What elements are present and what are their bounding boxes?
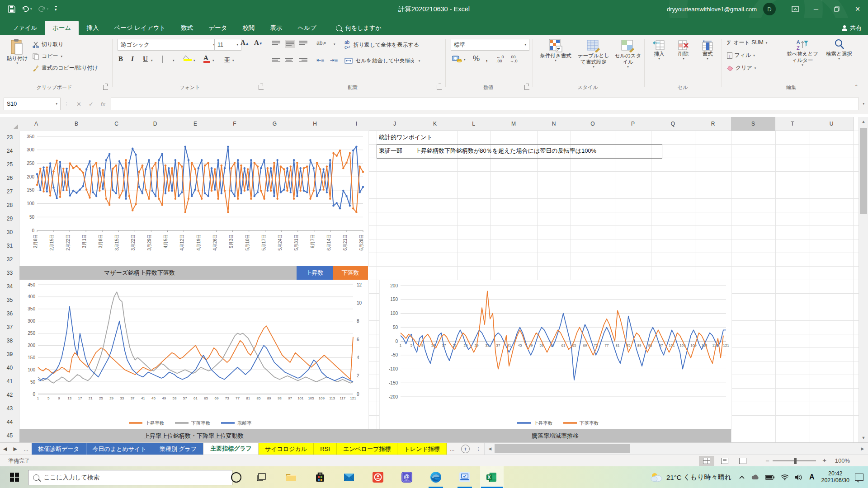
scroll-right-arrow[interactable]: ▶	[858, 444, 867, 453]
sheet-tab-エンベロープ指標[interactable]: エンベロープ指標	[337, 443, 398, 455]
share-button[interactable]: 共有	[842, 24, 862, 32]
orientation-button[interactable]: ab➔	[316, 40, 326, 46]
horizontal-scroll-thumb[interactable]	[495, 444, 630, 453]
red-circle-app-button[interactable]	[367, 466, 389, 488]
align-middle-icon[interactable]	[285, 40, 295, 48]
number-dialog-launcher[interactable]	[524, 85, 529, 90]
zoom-in-button[interactable]: +	[822, 456, 826, 464]
atmenu-app-button[interactable]: @menu	[396, 466, 418, 488]
column-header-R[interactable]: R	[695, 117, 731, 131]
decrease-indent-icon[interactable]: ⇤≡	[316, 57, 324, 63]
column-header-D[interactable]: D	[133, 117, 178, 131]
chart-mothers-rates[interactable]: 0501001502002503003504004500246810121591…	[19, 280, 369, 430]
new-sheet-button[interactable]: +	[458, 443, 473, 455]
format-cells-button[interactable]: 書式▾	[697, 40, 718, 61]
paste-button[interactable]: 貼り付け▾	[5, 39, 29, 65]
row-header-38[interactable]: 38	[0, 334, 20, 348]
cut-button[interactable]: 切り取り	[33, 41, 64, 48]
zoom-out-button[interactable]: −	[765, 457, 769, 465]
column-header-K[interactable]: K	[413, 117, 458, 131]
column-header-P[interactable]: P	[615, 117, 651, 131]
horizontal-scrollbar[interactable]: ◀ ▶	[484, 443, 868, 455]
taskbar-search-box[interactable]: ここに入力して検索	[28, 470, 232, 485]
column-header-Q[interactable]: Q	[651, 117, 695, 131]
autosum-button[interactable]: Σ オート SUM▾	[727, 39, 767, 47]
name-box[interactable]: S10▾	[4, 98, 61, 110]
column-header-L[interactable]: L	[457, 117, 491, 131]
row-header-32[interactable]: 32	[0, 253, 20, 267]
row-header-34[interactable]: 34	[0, 280, 20, 294]
increase-decimal-button[interactable]: ←.0.00	[496, 55, 504, 63]
align-center-icon[interactable]	[285, 57, 293, 63]
align-top-icon[interactable]	[272, 40, 280, 46]
number-format-select[interactable]: 標準▾	[451, 39, 529, 51]
weather-desc[interactable]: くもり時々晴れ	[683, 473, 731, 482]
sheet-nav-more-icon[interactable]: …	[20, 443, 32, 455]
row-header-45[interactable]: 45	[0, 429, 20, 443]
row-header-30[interactable]: 30	[0, 225, 20, 239]
ribbon-tab-ファイル[interactable]: ファイル	[5, 21, 45, 35]
row-header-31[interactable]: 31	[0, 239, 20, 253]
row-header-39[interactable]: 39	[0, 347, 20, 361]
row-header-29[interactable]: 29	[0, 212, 20, 226]
format-painter-button[interactable]: 書式のコピー/貼り付け	[33, 64, 98, 72]
row-header-26[interactable]: 26	[0, 171, 20, 185]
excel-taskbar-button[interactable]: X	[480, 466, 504, 488]
ribbon-tab-ホーム[interactable]: ホーム	[45, 21, 79, 35]
chart-advance-decline-change[interactable]: -200-150-100-500501001502001591317212529…	[379, 280, 732, 430]
italic-button[interactable]: I	[131, 55, 134, 63]
expand-formula-bar-icon[interactable]: ▾	[863, 102, 864, 106]
column-header-M[interactable]: M	[490, 117, 538, 131]
wifi-icon[interactable]	[781, 474, 789, 480]
start-button[interactable]	[5, 466, 24, 488]
edge-button[interactable]	[425, 466, 447, 488]
column-header-C[interactable]: C	[100, 117, 133, 131]
sheet-tab-今日のまとめサイト[interactable]: 今日のまとめサイト	[86, 443, 153, 455]
font-name-select[interactable]: 游ゴシック▾	[118, 39, 218, 51]
cancel-entry-icon[interactable]: ✕	[76, 101, 81, 108]
row-header-25[interactable]: 25	[0, 158, 20, 172]
column-header-O[interactable]: O	[571, 117, 615, 131]
column-header-I[interactable]: I	[336, 117, 377, 131]
sheet-tab-RSI[interactable]: RSI	[314, 443, 337, 455]
pc-app-button[interactable]	[454, 466, 476, 488]
fill-color-button[interactable]	[183, 55, 192, 61]
confirm-entry-icon[interactable]: ✓	[89, 101, 94, 108]
column-header-A[interactable]: A	[19, 117, 53, 131]
row-header-35[interactable]: 35	[0, 293, 20, 307]
column-header-H[interactable]: H	[293, 117, 337, 131]
maximize-button[interactable]	[826, 0, 847, 18]
ime-mode-indicator[interactable]: A	[809, 473, 815, 481]
font-dialog-launcher[interactable]	[259, 85, 264, 90]
collapse-ribbon-button[interactable]: ⌃	[854, 84, 858, 89]
zoom-level[interactable]: 100%	[835, 457, 850, 464]
sheet-nav-right-icon[interactable]: ▶	[10, 443, 20, 455]
row-header-27[interactable]: 27	[0, 185, 20, 199]
align-right-icon[interactable]	[299, 57, 307, 63]
sheet-tab-トレンド指標[interactable]: トレンド指標	[397, 443, 446, 455]
sheet-tab-業種別 グラフ[interactable]: 業種別 グラフ	[153, 443, 204, 455]
taskbar-clock[interactable]: 20:42 2021/06/30	[821, 470, 849, 484]
row-header-44[interactable]: 44	[0, 415, 20, 429]
bold-button[interactable]: B	[118, 55, 123, 63]
scroll-left-arrow[interactable]: ◀	[486, 444, 495, 453]
column-header-U[interactable]: U	[810, 117, 854, 131]
account-email[interactable]: dryyourtearswithlove1@gmail.com	[667, 6, 757, 13]
clipboard-dialog-launcher[interactable]	[103, 85, 108, 90]
sheet-tab-株価診断データ[interactable]: 株価診断データ	[32, 443, 86, 455]
row-header-43[interactable]: 43	[0, 402, 20, 416]
ribbon-tab-校閲[interactable]: 校閲	[235, 21, 263, 35]
phonetic-guide-button[interactable]: 亜	[224, 56, 230, 64]
page-layout-view-button[interactable]	[717, 456, 732, 466]
tell-me-search[interactable]: 何をしますか	[336, 24, 382, 32]
column-header-J[interactable]: J	[377, 117, 413, 131]
copy-button[interactable]: コピー▾	[33, 52, 62, 60]
cell-styles-button[interactable]: セルのスタイル▾	[614, 39, 642, 69]
insert-function-icon[interactable]: fx	[101, 101, 105, 108]
font-size-select[interactable]: 11▾	[214, 39, 241, 51]
sheet-tab-サイコロジカル[interactable]: サイコロジカル	[259, 443, 314, 455]
ribbon-tab-データ[interactable]: データ	[201, 21, 235, 35]
font-color-button[interactable]: A	[203, 54, 208, 62]
find-select-button[interactable]: 検索と選択▾	[824, 39, 854, 61]
vertical-scrollbar[interactable]: ▲ ▼	[859, 117, 868, 442]
